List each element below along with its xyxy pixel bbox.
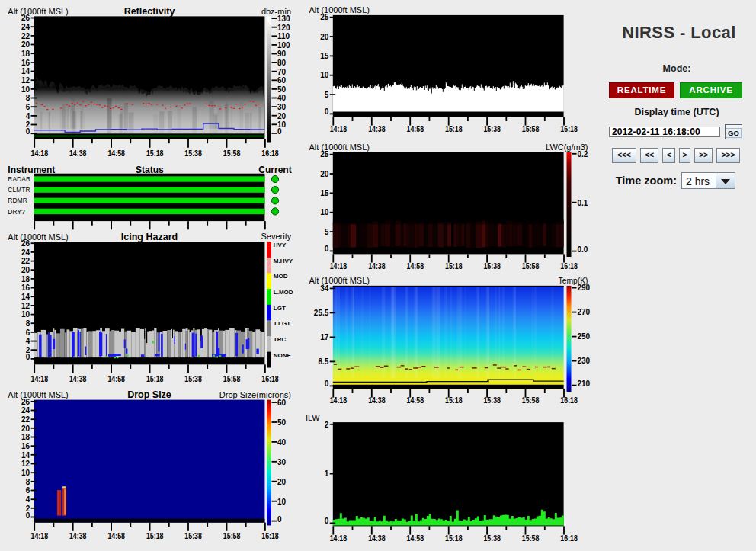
svg-text:MOD: MOD xyxy=(274,273,288,280)
svg-text:0.0: 0.0 xyxy=(578,245,588,254)
svg-text:16:18: 16:18 xyxy=(261,375,279,383)
svg-text:NONE: NONE xyxy=(274,352,292,359)
svg-text:12: 12 xyxy=(21,460,30,468)
svg-text:100: 100 xyxy=(277,41,290,50)
svg-text:10: 10 xyxy=(277,498,287,506)
svg-text:Drop Size: Drop Size xyxy=(127,389,171,400)
svg-text:RADAR: RADAR xyxy=(8,175,30,183)
svg-text:15:58: 15:58 xyxy=(522,125,540,133)
svg-text:18: 18 xyxy=(21,50,30,58)
svg-text:22: 22 xyxy=(21,32,30,40)
svg-text:Alt (1000ft MSL): Alt (1000ft MSL) xyxy=(309,276,370,285)
svg-text:Reflectivity: Reflectivity xyxy=(124,6,175,17)
svg-text:8: 8 xyxy=(26,319,30,328)
svg-text:25: 25 xyxy=(320,150,329,159)
svg-text:16:18: 16:18 xyxy=(261,532,279,540)
svg-text:0: 0 xyxy=(325,380,329,388)
svg-text:130: 130 xyxy=(277,14,290,23)
svg-text:6: 6 xyxy=(26,103,30,111)
svg-text:25.5: 25.5 xyxy=(314,309,329,317)
svg-text:34: 34 xyxy=(320,284,329,293)
svg-text:24: 24 xyxy=(21,23,30,31)
svg-text:14:38: 14:38 xyxy=(69,149,87,158)
svg-text:T.LGT: T.LGT xyxy=(274,320,290,327)
svg-text:15:18: 15:18 xyxy=(445,534,463,543)
svg-text:14:18: 14:18 xyxy=(31,149,49,158)
svg-text:15:38: 15:38 xyxy=(184,375,202,383)
svg-text:Alt (1000ft MSL): Alt (1000ft MSL) xyxy=(309,5,370,14)
svg-text:15: 15 xyxy=(320,189,329,197)
svg-text:15:58: 15:58 xyxy=(522,396,540,405)
svg-text:250: 250 xyxy=(578,332,591,341)
svg-text:8.5: 8.5 xyxy=(318,357,328,366)
svg-text:22: 22 xyxy=(21,415,30,424)
svg-text:10: 10 xyxy=(320,71,329,79)
svg-text:14:58: 14:58 xyxy=(407,396,424,405)
svg-text:26: 26 xyxy=(21,239,30,248)
svg-text:8: 8 xyxy=(26,94,30,102)
svg-text:Current: Current xyxy=(258,165,291,175)
svg-text:14: 14 xyxy=(21,293,30,301)
svg-text:20: 20 xyxy=(320,170,329,178)
svg-text:0.1: 0.1 xyxy=(578,199,588,207)
svg-text:14:18: 14:18 xyxy=(330,534,348,543)
svg-text:18: 18 xyxy=(21,433,30,441)
svg-text:16:18: 16:18 xyxy=(560,125,578,133)
svg-text:17: 17 xyxy=(320,333,329,341)
svg-text:2: 2 xyxy=(26,120,30,129)
svg-text:Alt (1000ft MSL): Alt (1000ft MSL) xyxy=(8,7,68,16)
svg-text:16:18: 16:18 xyxy=(560,534,578,543)
svg-text:8: 8 xyxy=(26,478,30,486)
svg-text:M.HVY: M.HVY xyxy=(274,258,293,264)
svg-text:15:18: 15:18 xyxy=(146,532,164,540)
svg-text:14:58: 14:58 xyxy=(107,375,125,383)
svg-text:14: 14 xyxy=(21,451,30,460)
svg-text:RDMR: RDMR xyxy=(8,197,27,204)
svg-text:15:58: 15:58 xyxy=(522,262,540,271)
svg-text:14:38: 14:38 xyxy=(69,375,87,383)
svg-text:15:58: 15:58 xyxy=(223,375,241,383)
svg-text:CLMTR: CLMTR xyxy=(8,186,30,194)
svg-text:30: 30 xyxy=(277,458,287,466)
svg-text:LGT: LGT xyxy=(274,305,286,312)
svg-text:2: 2 xyxy=(26,346,30,354)
svg-text:Alt (1000ft MSL): Alt (1000ft MSL) xyxy=(8,390,68,399)
svg-text:TRC: TRC xyxy=(274,336,287,343)
svg-text:70: 70 xyxy=(277,68,287,76)
svg-text:0: 0 xyxy=(325,245,329,253)
svg-text:80: 80 xyxy=(277,59,287,67)
svg-text:0: 0 xyxy=(277,515,282,524)
svg-text:90: 90 xyxy=(277,50,287,58)
svg-text:22: 22 xyxy=(21,257,30,265)
svg-text:25: 25 xyxy=(320,13,329,21)
svg-text:Severity: Severity xyxy=(261,232,292,241)
svg-text:50: 50 xyxy=(277,85,287,94)
svg-text:4: 4 xyxy=(26,495,30,504)
svg-text:15:58: 15:58 xyxy=(223,149,241,158)
svg-text:15:18: 15:18 xyxy=(146,149,164,158)
svg-text:210: 210 xyxy=(578,380,591,388)
svg-text:5: 5 xyxy=(325,228,329,236)
svg-text:20: 20 xyxy=(21,424,30,433)
svg-text:14: 14 xyxy=(21,67,30,75)
svg-text:14:58: 14:58 xyxy=(107,149,125,158)
svg-text:14:58: 14:58 xyxy=(407,534,424,543)
svg-text:15: 15 xyxy=(320,52,329,60)
svg-text:4: 4 xyxy=(26,112,30,120)
svg-text:15:18: 15:18 xyxy=(146,375,164,383)
svg-text:24: 24 xyxy=(21,248,30,257)
svg-text:15:38: 15:38 xyxy=(184,149,202,158)
svg-text:10: 10 xyxy=(21,85,30,94)
svg-text:ILW: ILW xyxy=(306,413,320,422)
svg-text:24: 24 xyxy=(21,406,30,415)
svg-text:5: 5 xyxy=(325,91,329,99)
svg-text:10: 10 xyxy=(21,310,30,319)
svg-text:290: 290 xyxy=(578,284,591,292)
svg-text:14:18: 14:18 xyxy=(31,532,49,540)
svg-text:40: 40 xyxy=(277,438,287,447)
svg-text:15:38: 15:38 xyxy=(483,262,501,271)
svg-text:12: 12 xyxy=(21,302,30,310)
svg-text:14:18: 14:18 xyxy=(330,262,348,271)
svg-text:20: 20 xyxy=(21,40,30,49)
svg-text:Alt (1000ft MSL): Alt (1000ft MSL) xyxy=(8,232,68,242)
